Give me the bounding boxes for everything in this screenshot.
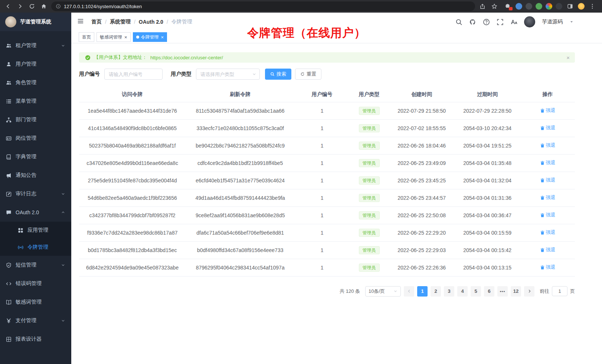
github-icon[interactable] <box>469 19 476 26</box>
user-id-cell: 1 <box>295 137 349 154</box>
column-header: 访问令牌 <box>79 87 186 102</box>
browser-back-icon[interactable] <box>4 2 13 11</box>
close-icon[interactable]: × <box>124 35 127 40</box>
table-row: 1ea5e44f8bc1467aaede43144f31de76811c5304… <box>79 102 575 119</box>
browser-profile-avatar[interactable] <box>578 3 585 10</box>
user-type-badge: 管理员 <box>359 124 380 132</box>
breadcrumb-item[interactable]: 令牌管理 <box>171 19 192 25</box>
force-logout-button[interactable]: 强退 <box>540 159 556 166</box>
user-type-select-input[interactable] <box>196 69 260 80</box>
extensions-puzzle-icon[interactable] <box>503 2 512 11</box>
user-icon <box>6 62 12 67</box>
next-page-button[interactable] <box>524 286 534 297</box>
force-logout-button[interactable]: 强退 <box>540 194 556 201</box>
access-token-cell: 6d842e2924594de9a09e45e087323abe <box>79 259 186 276</box>
force-logout-button[interactable]: 强退 <box>540 125 556 131</box>
force-logout-button[interactable]: 强退 <box>540 264 556 271</box>
force-logout-button[interactable]: 强退 <box>540 142 556 149</box>
font-size-icon[interactable] <box>510 19 517 26</box>
reset-button[interactable]: 重置 <box>295 69 321 80</box>
sidebar-item-user[interactable]: 用户管理 <box>0 55 71 73</box>
browser-menu-icon[interactable] <box>588 2 597 11</box>
tab-token[interactable]: 令牌管理× <box>133 32 167 42</box>
force-logout-button[interactable]: 强退 <box>540 212 556 218</box>
fullscreen-icon[interactable] <box>497 19 504 26</box>
sidebar-item-errorcode[interactable]: 错误码管理 <box>0 274 71 293</box>
extension-icon[interactable] <box>546 3 552 10</box>
close-icon[interactable]: × <box>566 54 570 61</box>
page-button-6[interactable]: 6 <box>484 286 494 297</box>
user-name[interactable]: 芋道源码 <box>542 19 563 25</box>
close-icon[interactable]: × <box>161 35 164 40</box>
goto-page-input[interactable] <box>552 286 567 296</box>
share-icon[interactable] <box>478 2 487 11</box>
force-logout-button[interactable]: 强退 <box>540 246 556 253</box>
created-time-cell: 2022-06-25 23:45:25 <box>389 172 454 189</box>
sidebar-item-role[interactable]: 角色管理 <box>0 73 71 92</box>
sidebar-item-pay[interactable]: 支付管理 <box>0 311 71 330</box>
extension-icon[interactable] <box>536 3 542 10</box>
force-logout-button[interactable]: 强退 <box>540 107 556 114</box>
search-button[interactable]: 搜索 <box>265 69 291 80</box>
sidebar-item-dept[interactable]: 部门管理 <box>0 110 71 129</box>
sidebar-item-sms[interactable]: 短信管理 <box>0 256 71 274</box>
page-size-select[interactable]: 10条/页 <box>365 286 401 297</box>
chevron-down-icon <box>61 318 65 323</box>
sidebar-item-report[interactable]: 报表设计器 <box>0 330 71 348</box>
tab-sensitive[interactable]: 敏感词管理× <box>96 32 131 42</box>
browser-reload-icon[interactable] <box>27 2 36 11</box>
code-icon <box>6 281 12 287</box>
prev-page-button[interactable] <box>404 286 414 297</box>
bookmark-star-icon[interactable] <box>490 2 499 11</box>
sidebar-item-sensitive[interactable]: 敏感词管理 <box>0 293 71 311</box>
sidebar-item-oauth[interactable]: OAuth 2.0 <box>0 203 71 222</box>
user-type-select[interactable] <box>196 69 260 80</box>
sidebar-item-post[interactable]: 岗位管理 <box>0 129 71 148</box>
chevron-down-icon[interactable] <box>569 20 574 24</box>
page-button-1[interactable]: 1 <box>417 286 428 297</box>
user-type-badge: 管理员 <box>359 194 380 202</box>
more-pages-button[interactable]: ••• <box>497 286 508 297</box>
app-logo[interactable]: 芋道管理系统 <box>0 13 71 31</box>
sidebar-item-menu[interactable]: 菜单管理 <box>0 92 71 110</box>
site-info-icon[interactable] <box>56 4 61 9</box>
collapse-sidebar-icon[interactable] <box>77 18 85 26</box>
page-size-value: 10条/页 <box>369 288 385 295</box>
page-button-12[interactable]: 12 <box>511 286 521 297</box>
search-icon[interactable] <box>455 19 462 26</box>
browser-home-icon[interactable] <box>39 2 48 11</box>
sidebar-menu: 租户管理用户管理角色管理菜单管理部门管理岗位管理字典管理通知公告审计日志OAut… <box>0 31 71 348</box>
sidebar-item-tenant[interactable]: 租户管理 <box>0 36 71 55</box>
user-avatar[interactable] <box>524 16 535 27</box>
breadcrumb-separator: / <box>134 19 135 25</box>
search-form: 用户编号 用户类型 搜索 重置 <box>79 69 575 80</box>
breadcrumb-item[interactable]: 首页 <box>91 19 102 25</box>
extension-icon[interactable] <box>526 3 532 10</box>
split-view-icon[interactable] <box>566 2 575 11</box>
sidebar-item-dict[interactable]: 字典管理 <box>0 148 71 166</box>
page-button-4[interactable]: 4 <box>457 286 468 297</box>
sidebar-item-app[interactable]: 应用管理 <box>0 222 71 239</box>
sidebar-item-label: OAuth 2.0 <box>16 209 39 215</box>
extension-icon[interactable] <box>556 3 562 10</box>
extension-icon[interactable] <box>516 3 522 10</box>
browser-chrome: 127.0.0.1:1024/system/oauth2/token <box>0 0 602 13</box>
browser-forward-icon[interactable] <box>16 2 24 11</box>
breadcrumb-item[interactable]: 系统管理 <box>110 19 131 25</box>
alert-doc-link[interactable]: https://doc.iocoder.cn/user-center/ <box>150 55 223 60</box>
force-logout-button[interactable]: 强退 <box>540 177 556 183</box>
help-icon[interactable] <box>483 19 490 26</box>
team-icon <box>6 80 12 86</box>
sidebar-item-audit[interactable]: 审计日志 <box>0 185 71 203</box>
address-bar[interactable]: 127.0.0.1:1024/system/oauth2/token <box>51 1 475 11</box>
sidebar-item-notice[interactable]: 通知公告 <box>0 166 71 185</box>
sidebar-item-label: 菜单管理 <box>16 98 36 105</box>
breadcrumb-item[interactable]: OAuth 2.0 <box>139 19 163 25</box>
force-logout-button[interactable]: 强退 <box>540 229 556 236</box>
page-button-2[interactable]: 2 <box>431 286 441 297</box>
tab-home[interactable]: 首页 <box>79 32 94 42</box>
user-id-input[interactable] <box>104 69 163 80</box>
sidebar-item-token[interactable]: 令牌管理 <box>0 239 71 256</box>
page-button-3[interactable]: 3 <box>444 286 454 297</box>
page-button-5[interactable]: 5 <box>471 286 481 297</box>
